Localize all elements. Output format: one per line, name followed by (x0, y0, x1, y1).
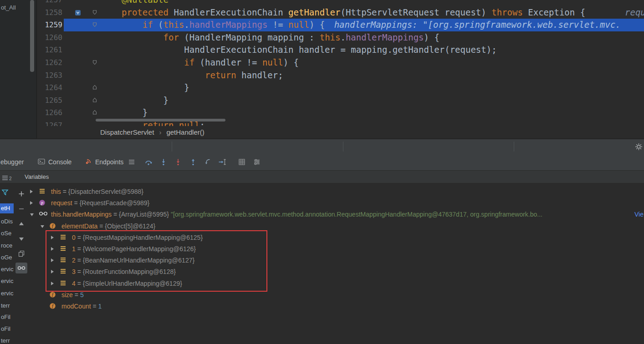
collapse-arrow-icon[interactable] (30, 213, 34, 216)
force-step-into-button[interactable] (174, 158, 183, 166)
variable-value: {DispatcherServlet@5988} (68, 188, 143, 195)
variable-text: this.handlerMappings = {ArrayList@5995} … (51, 209, 542, 220)
code-line[interactable]: 1259 if (this.handlerMappings != null) {… (36, 19, 644, 31)
variable-text: request = {RequestFacade@5989} (51, 197, 149, 209)
code-token: ) { (283, 57, 299, 67)
expand-arrow-icon[interactable] (30, 201, 33, 205)
debug-tabs-row: ebugger Console Endpoints (0, 154, 644, 170)
drop-frame-button[interactable] (203, 158, 212, 166)
code-line[interactable]: 1266 } (36, 106, 644, 119)
tab-console[interactable]: Console (38, 154, 72, 170)
variable-row[interactable]: this.handlerMappings = {ArrayList@5995} … (0, 209, 644, 220)
left-panel-text: ot_All (1, 4, 16, 11)
code-token: } (122, 95, 169, 105)
code-token: HandlerExecutionChain (169, 7, 288, 17)
variable-name: this.handlerMappings (51, 211, 112, 218)
variables-header: 2 Variables (0, 170, 644, 184)
code-line[interactable]: 1258protected HandlerExecutionChain getH… (36, 6, 644, 19)
code-token: @Nullable (122, 0, 169, 5)
breadcrumb-item-method[interactable]: getHandler() (166, 128, 204, 136)
run-to-cursor-icon (218, 158, 226, 166)
grid-button[interactable] (237, 158, 246, 166)
editor-lines: 1257@Nullable1258protected HandlerExecut… (36, 0, 644, 126)
separator (514, 142, 514, 152)
left-panel-strip: ot_All (0, 0, 37, 138)
expand-arrow-icon[interactable] (30, 190, 33, 193)
code-text: @Nullable (122, 0, 169, 6)
code-editor[interactable]: 1257@Nullable1258protected HandlerExecut… (36, 0, 644, 126)
line-number[interactable]: 1261 (36, 44, 62, 56)
tab-debugger-partial[interactable]: ebugger (0, 158, 24, 166)
view-link[interactable]: Vie (634, 209, 644, 220)
code-token: ) { (309, 20, 330, 30)
value-icon (39, 188, 46, 194)
fold-end-icon[interactable] (92, 97, 97, 103)
settings-gear-button[interactable] (635, 143, 643, 152)
vertical-scrollbar-thumb[interactable] (30, 0, 34, 72)
code-token: Exception { (523, 7, 591, 17)
grid-icon (238, 158, 245, 166)
variable-value: {ArrayList@5995} (119, 211, 171, 218)
breadcrumb-item-class[interactable]: DispatcherServlet (100, 128, 154, 136)
code-line[interactable]: 1260 for (HandlerMapping mapping : this.… (36, 31, 644, 44)
filter-lines-button[interactable] (252, 158, 261, 166)
fold-start-icon[interactable] (92, 22, 97, 27)
line-number[interactable]: 1267 (36, 119, 62, 126)
code-token: null (262, 57, 283, 67)
line-number[interactable]: 1266 (36, 106, 62, 119)
code-token: for (122, 32, 179, 42)
code-text: if (handler != null) { (122, 56, 299, 69)
code-line[interactable]: 1261 HandlerExecutionChain handler = map… (36, 44, 644, 56)
step-over-button[interactable] (144, 158, 153, 166)
variable-name: elementData (61, 223, 97, 230)
variables-title: Variables (25, 171, 49, 183)
variable-text: modCount = 1 (61, 301, 102, 312)
equals-sign: = (61, 188, 68, 195)
code-text: protected HandlerExecutionChain getHandl… (122, 6, 591, 19)
code-line[interactable]: 1257@Nullable (36, 0, 644, 6)
panel-corner-controls[interactable]: 2 (2, 174, 12, 182)
variable-row[interactable]: this = {DispatcherServlet@5988} (0, 186, 644, 197)
code-line[interactable]: 1265 } (36, 94, 644, 107)
code-text: return handler; (122, 69, 283, 82)
code-text: } (122, 106, 148, 119)
fold-end-icon[interactable] (92, 110, 97, 115)
code-line[interactable]: 1264 } (36, 81, 644, 94)
fold-end-icon[interactable] (92, 85, 97, 90)
fold-start-icon[interactable] (92, 10, 97, 15)
line-number[interactable]: 1265 (36, 94, 62, 107)
view-options-icon (128, 159, 135, 165)
collapse-arrow-icon[interactable] (41, 225, 44, 228)
variable-row[interactable]: prequest = {RequestFacade@5989} (0, 197, 644, 209)
svg-text:p: p (41, 200, 43, 205)
line-number[interactable]: 1263 (36, 69, 62, 82)
line-number[interactable]: 1260 (36, 31, 62, 44)
step-over-icon (144, 158, 153, 166)
inline-debugger-hint: reque (625, 6, 644, 19)
variable-name: this (51, 188, 61, 195)
code-line[interactable]: 1263 return handler; (36, 69, 644, 82)
code-token: handler; (236, 70, 283, 80)
fold-start-icon[interactable] (92, 60, 97, 65)
step-out-button[interactable] (189, 158, 198, 166)
horizontal-scrollbar-thumb[interactable] (96, 119, 225, 121)
line-number[interactable]: 1264 (36, 81, 62, 94)
step-out-icon (189, 158, 197, 166)
threads-icon (2, 174, 8, 182)
code-token: if (122, 57, 194, 67)
view-options-button[interactable] (127, 158, 136, 166)
code-line[interactable]: 1262 if (handler != null) { (36, 56, 644, 69)
code-token: handlerMappings (346, 32, 424, 42)
run-to-cursor-button[interactable] (218, 158, 227, 166)
line-number[interactable]: 1257 (36, 0, 62, 6)
line-number[interactable]: 1262 (36, 56, 62, 69)
step-into-icon (160, 158, 167, 166)
step-into-button[interactable] (159, 158, 168, 166)
equals-sign: = (73, 291, 80, 298)
tab-endpoints[interactable]: Endpoints (85, 154, 123, 170)
line-number[interactable]: 1258 (36, 6, 62, 19)
variable-row[interactable]: fmodCount = 1 (0, 301, 644, 312)
line-number[interactable]: 1259 (36, 19, 62, 31)
variable-value: {RequestFacade@5989} (80, 199, 150, 207)
execution-marker-icon[interactable] (75, 10, 81, 16)
